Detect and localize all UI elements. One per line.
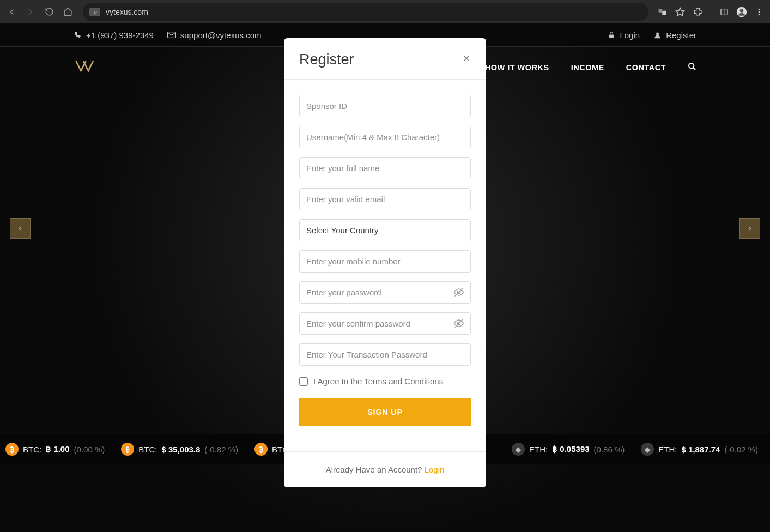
terms-checkbox[interactable] [299,377,308,386]
svg-point-6 [740,9,744,13]
login-link[interactable]: Login [425,465,445,474]
forward-button[interactable] [23,4,38,20]
svg-rect-0 [659,9,663,13]
browser-toolbar: ⎋ vytexus.com [0,0,770,23]
modal-header: Register [284,38,486,80]
email-input[interactable] [299,188,471,210]
svg-rect-3 [721,9,727,15]
sidepanel-icon[interactable] [718,5,731,19]
username-input[interactable] [299,126,471,148]
register-modal: Register Select Your Country [284,38,486,487]
svg-point-9 [759,14,760,15]
translate-icon[interactable] [656,5,669,19]
reload-button[interactable] [41,4,57,20]
extensions-icon[interactable] [691,5,704,19]
confirm-password-input[interactable] [299,312,471,335]
separator [711,7,711,17]
profile-icon[interactable] [735,5,748,19]
fullname-input[interactable] [299,157,471,179]
mobile-input[interactable] [299,250,471,273]
svg-marker-2 [676,8,684,15]
country-select[interactable]: Select Your Country [299,219,471,241]
eye-toggle-icon[interactable] [453,287,464,300]
password-input[interactable] [299,281,471,304]
eye-toggle-icon[interactable] [453,318,464,331]
txn-password-input[interactable] [299,343,471,366]
signup-button[interactable]: SIGN UP [299,398,471,426]
modal-body: Select Your Country I Agree to the Terms… [284,80,486,451]
menu-icon[interactable] [753,5,766,19]
close-button[interactable] [462,54,471,65]
svg-rect-1 [662,10,666,15]
already-text: Already Have an Account? [326,465,425,474]
sponsor-input[interactable] [299,95,471,117]
modal-title: Register [299,51,354,68]
svg-point-8 [759,11,760,13]
url-text: vytexus.com [106,8,148,16]
svg-point-7 [759,9,760,10]
terms-label[interactable]: I Agree to the Terms and Conditions [313,377,443,386]
home-button[interactable] [60,4,75,20]
back-button[interactable] [4,4,20,20]
site-settings-icon[interactable]: ⎋ [89,8,100,16]
address-bar[interactable]: ⎋ vytexus.com [83,3,648,21]
bookmark-star-icon[interactable] [674,5,687,19]
modal-overlay: Register Select Your Country [0,23,770,532]
modal-footer: Already Have an Account? Login [284,451,486,487]
